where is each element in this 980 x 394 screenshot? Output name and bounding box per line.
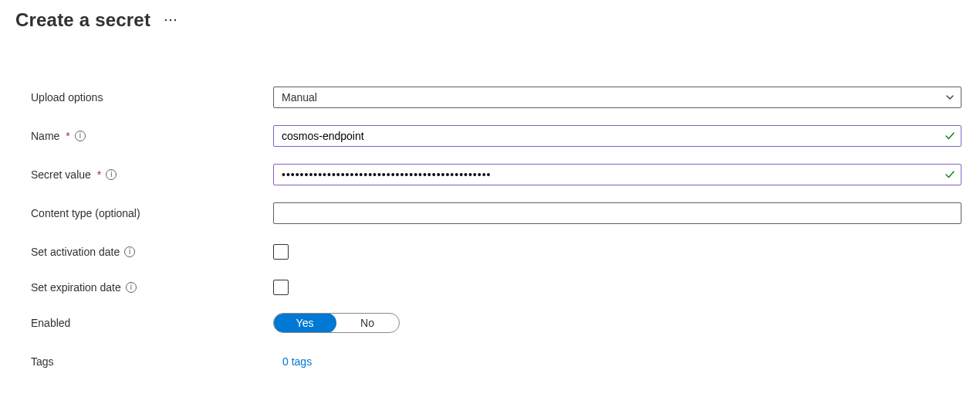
page-title: Create a secret — [15, 9, 150, 31]
checkmark-icon — [945, 131, 955, 141]
tags-label: Tags — [31, 355, 54, 368]
info-icon[interactable]: i — [124, 246, 135, 257]
info-icon[interactable]: i — [106, 169, 117, 180]
upload-options-select[interactable]: Manual — [273, 87, 961, 108]
svg-point-2 — [174, 19, 176, 21]
expiration-date-checkbox[interactable] — [273, 280, 289, 295]
secret-value-label: Secret value — [31, 168, 91, 181]
upload-options-label: Upload options — [31, 91, 103, 104]
enabled-yes[interactable]: Yes — [273, 313, 336, 333]
content-type-input[interactable] — [273, 202, 961, 224]
secret-value-input[interactable] — [273, 164, 961, 185]
info-icon[interactable]: i — [75, 131, 86, 141]
chevron-down-icon — [945, 93, 955, 102]
svg-point-0 — [165, 19, 167, 21]
name-label: Name — [31, 130, 59, 142]
more-icon[interactable] — [164, 19, 177, 22]
content-type-label: Content type (optional) — [31, 207, 140, 219]
info-icon[interactable]: i — [126, 282, 137, 293]
required-asterisk: * — [66, 130, 69, 142]
activation-date-checkbox[interactable] — [273, 244, 289, 260]
enabled-toggle[interactable]: Yes No — [273, 313, 400, 333]
activation-date-label: Set activation date — [31, 246, 120, 258]
enabled-label: Enabled — [31, 317, 70, 329]
upload-options-value: Manual — [282, 91, 317, 104]
svg-point-1 — [170, 19, 171, 21]
name-input[interactable] — [273, 125, 961, 147]
tags-link[interactable]: 0 tags — [273, 355, 312, 368]
required-asterisk: * — [97, 168, 101, 181]
enabled-no[interactable]: No — [336, 314, 399, 332]
checkmark-icon — [945, 169, 955, 180]
expiration-date-label: Set expiration date — [31, 281, 121, 294]
